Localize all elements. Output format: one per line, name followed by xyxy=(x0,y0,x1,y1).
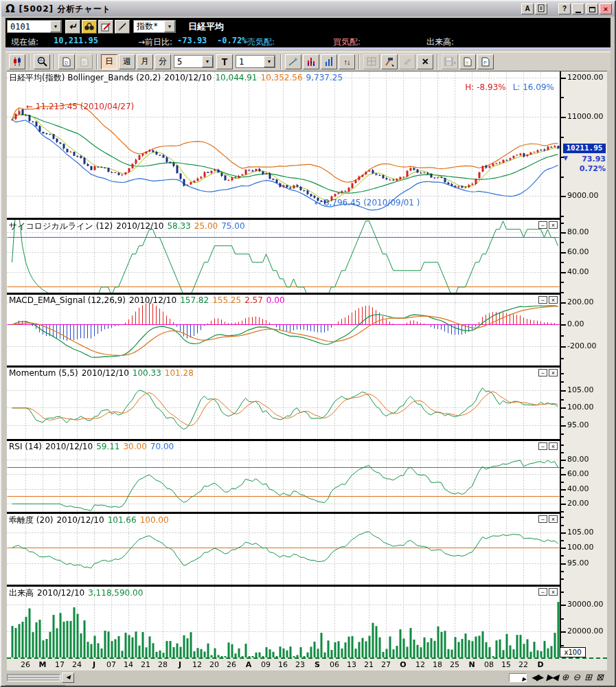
rsi-canvas[interactable] xyxy=(7,441,560,512)
axis-tick xyxy=(561,373,564,374)
chevron-down-icon[interactable] xyxy=(50,21,61,32)
period-minute-button[interactable]: 分 xyxy=(155,54,171,69)
delete-x-icon xyxy=(422,56,428,68)
axis-tick xyxy=(561,645,564,646)
chevron-down-icon[interactable] xyxy=(164,21,175,32)
panel-close-button[interactable] xyxy=(549,296,558,304)
page-paste-button[interactable]: R xyxy=(76,54,93,69)
candlestick-type-button[interactable] xyxy=(9,54,25,69)
svg-text:9: 9 xyxy=(466,60,468,65)
panel-close-button[interactable] xyxy=(549,221,558,229)
axis-tick xyxy=(561,381,564,383)
panel-close-button[interactable] xyxy=(549,515,558,523)
period-month-button[interactable]: 月 xyxy=(137,54,153,69)
zoom-button[interactable] xyxy=(34,54,50,69)
tick-mode-button[interactable]: T xyxy=(216,54,233,69)
period-day-button[interactable]: 日 xyxy=(101,54,117,69)
sort-updown-button[interactable] xyxy=(339,54,355,69)
app-logo-icon: Ω xyxy=(5,3,15,15)
panel-minimize-button[interactable] xyxy=(538,296,547,304)
annotation-button[interactable]: A xyxy=(521,3,534,14)
scroll-grip[interactable] xyxy=(7,674,60,682)
minimize-icon xyxy=(541,222,545,229)
axis-tick xyxy=(561,262,564,263)
panel-minimize-button[interactable] xyxy=(538,515,547,523)
zoom-in-icon xyxy=(561,672,569,682)
psych-header: サイコロジカルライン (12)2010/12/1058.3325.0075.00 xyxy=(9,221,249,232)
close-icon xyxy=(551,589,555,596)
panel-close-button[interactable] xyxy=(549,369,558,376)
macd-canvas[interactable] xyxy=(7,295,560,365)
axis-tick-label: 95.00 xyxy=(567,559,589,567)
collapse-horizontal-button[interactable] xyxy=(546,672,557,683)
page-export-button[interactable]: 9 xyxy=(459,54,476,69)
sell-quote-label: 売気配: xyxy=(247,36,275,48)
save-button[interactable]: ▼ xyxy=(442,54,458,69)
close-button[interactable]: × xyxy=(600,3,612,14)
bollinger-lower-value: 9,737.25 xyxy=(306,73,343,82)
axis-tick xyxy=(561,407,566,409)
price-chart-canvas[interactable] xyxy=(7,71,560,218)
help-button[interactable]: ? xyxy=(558,3,571,14)
grid-layout-button[interactable] xyxy=(363,54,380,69)
scroll-right-button[interactable] xyxy=(509,673,527,682)
search-button[interactable] xyxy=(82,20,97,34)
maximize-button[interactable] xyxy=(586,3,598,14)
x-axis-label: D xyxy=(532,660,549,669)
panel-deviation: 乖離度 (20)2010/12/10101.66100.00 xyxy=(7,514,560,585)
momentum-canvas[interactable] xyxy=(7,368,560,439)
panel-psychological-line: サイコロジカルライン (12)2010/12/1058.3325.0075.00 xyxy=(7,220,560,293)
panel-close-button[interactable] xyxy=(549,588,558,596)
draw-button[interactable] xyxy=(115,20,130,34)
chevron-down-icon[interactable] xyxy=(264,56,275,67)
title-bar[interactable]: Ω [5002] 分析チャート A ? × xyxy=(1,1,615,16)
indicator-red-button[interactable] xyxy=(303,54,319,69)
interval-select[interactable]: 5 xyxy=(174,55,214,68)
x-axis-label: 07 xyxy=(103,660,119,669)
bars-select[interactable]: 1 xyxy=(236,55,275,68)
hammer-icon xyxy=(384,57,395,67)
zoom-in-button[interactable] xyxy=(561,672,569,683)
period-week-button[interactable]: 週 xyxy=(119,54,135,69)
copy-window-button[interactable] xyxy=(535,3,547,14)
scroll-left-button[interactable] xyxy=(62,673,74,683)
edit-button[interactable] xyxy=(98,20,113,34)
floppy-icon: ▼ xyxy=(444,57,455,66)
trendline-button[interactable] xyxy=(285,54,301,69)
momentum-header: Momentum (5,5)2010/12/10100.33101.28 xyxy=(9,368,197,378)
axis-tick xyxy=(561,272,566,273)
volume-header: 出来高2010/12/103,118,590.00 xyxy=(9,587,146,599)
page-print-button[interactable]: P xyxy=(477,54,494,69)
page-clip-icon: 9 xyxy=(464,57,472,67)
page-copy-button[interactable]: D xyxy=(58,54,75,69)
x-axis-label: J xyxy=(86,660,102,669)
panel-close-button[interactable] xyxy=(549,442,558,450)
zoom-out-button[interactable] xyxy=(573,672,580,683)
chevron-down-icon[interactable] xyxy=(202,56,213,67)
page-d-icon: D xyxy=(62,57,71,67)
expand-horizontal-button[interactable] xyxy=(531,672,542,683)
axis-tick xyxy=(561,631,566,633)
panel-momentum: Momentum (5,5)2010/12/10100.33101.28 xyxy=(7,368,560,439)
grid-view-button[interactable] xyxy=(584,672,592,683)
panel-minimize-button[interactable] xyxy=(538,221,547,229)
minimize-button[interactable] xyxy=(572,3,584,14)
indicator-blue-button[interactable] xyxy=(321,54,337,69)
panel-main-price: 日経平均(指数) Bollinger_Bands (20,2)2010/12/1… xyxy=(7,71,560,218)
brush-strike-icon xyxy=(117,22,127,32)
close-view-button[interactable] xyxy=(596,672,604,683)
bollinger-upper-value: 10,352.56 xyxy=(261,73,303,82)
close-icon: × xyxy=(604,5,608,13)
tools-button[interactable] xyxy=(381,54,398,69)
enter-button[interactable] xyxy=(65,20,80,34)
mode-select[interactable]: 指数* xyxy=(133,20,176,33)
eraser-button[interactable] xyxy=(399,54,415,69)
delete-button[interactable] xyxy=(417,54,433,69)
axis-tick xyxy=(561,563,566,565)
main-title: 日経平均(指数) Bollinger_Bands (20,2) xyxy=(9,73,161,82)
code-select[interactable]: 0101 xyxy=(7,20,62,33)
panel-minimize-button[interactable] xyxy=(538,369,547,376)
panel-minimize-button[interactable] xyxy=(538,588,547,596)
panel-minimize-button[interactable] xyxy=(538,442,547,450)
current-price-value: 10,211.95 xyxy=(54,36,98,45)
